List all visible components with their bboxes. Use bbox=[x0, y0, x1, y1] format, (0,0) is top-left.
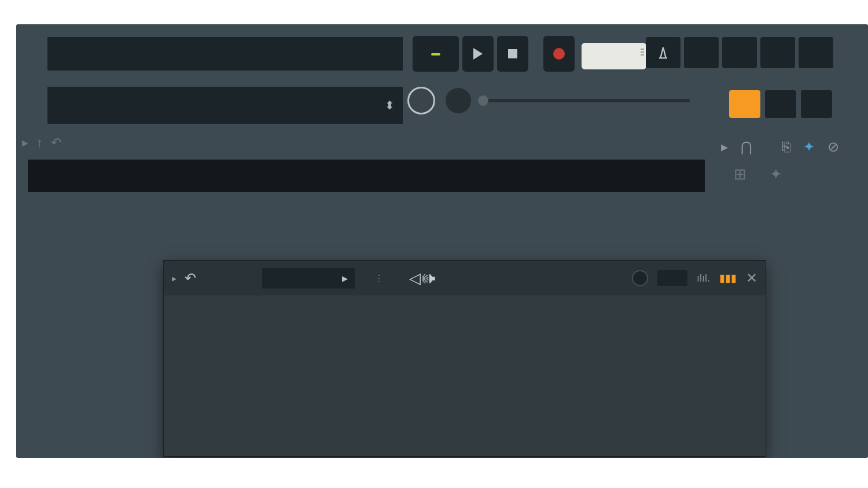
wave-icon[interactable]: ✦ bbox=[770, 165, 782, 183]
slider-thumb[interactable] bbox=[478, 95, 488, 106]
cr-graph-icon[interactable]: ılıl. bbox=[697, 272, 710, 284]
grid-icon[interactable]: ⊞ bbox=[734, 165, 746, 183]
tool-4[interactable] bbox=[760, 37, 795, 68]
tool-5[interactable] bbox=[799, 37, 833, 68]
song-label bbox=[431, 53, 440, 56]
playlist-view-icons: ⊞ ✦ bbox=[711, 160, 868, 189]
tool-3[interactable] bbox=[722, 37, 757, 68]
stop-button[interactable] bbox=[497, 36, 528, 72]
record-button[interactable] bbox=[543, 36, 575, 72]
browser-tabs bbox=[28, 160, 705, 192]
play-button[interactable] bbox=[462, 36, 494, 72]
speaker-icon: ◁🕪 bbox=[409, 269, 436, 287]
cr-steps-icon[interactable]: ▮▮▮ bbox=[719, 272, 737, 284]
magnet-icon[interactable]: ⋂ bbox=[741, 139, 752, 155]
metronome-button[interactable] bbox=[646, 37, 681, 68]
playlist-toolbar: ▸ ⋂ ⎘ ✦ ⊘ bbox=[711, 134, 868, 160]
master-pitch-knob[interactable] bbox=[446, 88, 471, 113]
clip-icon[interactable]: ⎘ bbox=[782, 139, 790, 155]
cr-title: ◁🕪 bbox=[409, 269, 442, 287]
transport-controls bbox=[413, 36, 646, 72]
paint-icon[interactable]: ✦ bbox=[803, 139, 815, 155]
browser-up-icon[interactable]: ↑ bbox=[36, 135, 43, 150]
disable-icon[interactable]: ⊘ bbox=[827, 139, 839, 155]
chevron-right-icon: ▸ bbox=[342, 271, 348, 285]
song-position-slider[interactable] bbox=[481, 99, 690, 102]
hint-bar: ⬍ bbox=[47, 87, 403, 124]
browser-header: ▸ ↑ ↶ bbox=[22, 135, 69, 150]
play-icon[interactable]: ▸ bbox=[721, 139, 728, 155]
channel-rack-window: ▸ ↶ ▸ ⋮ ◁🕪 ılıl. ▮▮▮ ✕ bbox=[163, 260, 766, 457]
toolbar-right bbox=[646, 37, 833, 68]
master-controls bbox=[407, 87, 690, 114]
cr-swing-knob[interactable] bbox=[632, 270, 648, 286]
browser-back-icon[interactable]: ↶ bbox=[51, 135, 61, 150]
channel-rack-header: ▸ ↶ ▸ ⋮ ◁🕪 ılıl. ▮▮▮ ✕ bbox=[164, 261, 766, 295]
pattern-icon: ⬍ bbox=[385, 98, 395, 112]
edit-button[interactable] bbox=[801, 90, 832, 118]
tempo-display[interactable] bbox=[582, 43, 646, 69]
pattern-name[interactable]: ⬍ bbox=[380, 98, 395, 112]
playlist-panel: ▸ ⋂ ⎘ ✦ ⊘ ⊞ ✦ bbox=[711, 134, 868, 193]
view-buttons bbox=[729, 90, 832, 118]
cr-body bbox=[164, 295, 766, 305]
cr-filter-dropdown[interactable]: ▸ bbox=[262, 268, 355, 289]
main-menubar bbox=[47, 37, 403, 71]
master-volume-knob[interactable] bbox=[407, 87, 435, 114]
app-window: ⬍ ▸ ↑ ↶ ▸ ⋂ ⎘ ✦ ⊘ ⊞ ✦ ▸ ↶ bbox=[16, 24, 868, 458]
cr-close-button[interactable]: ✕ bbox=[746, 270, 757, 286]
browser-expand-icon[interactable]: ▸ bbox=[22, 135, 28, 150]
playlist-button[interactable] bbox=[729, 90, 760, 118]
dots-icon[interactable]: ⋮ bbox=[374, 273, 384, 284]
cr-menu-icon[interactable]: ▸ bbox=[172, 273, 176, 284]
tool-2[interactable] bbox=[684, 37, 719, 68]
next-button[interactable] bbox=[765, 90, 796, 118]
cr-undo-icon[interactable]: ↶ bbox=[185, 270, 196, 286]
cr-lcd[interactable] bbox=[657, 270, 687, 286]
pat-song-toggle[interactable] bbox=[413, 36, 459, 72]
